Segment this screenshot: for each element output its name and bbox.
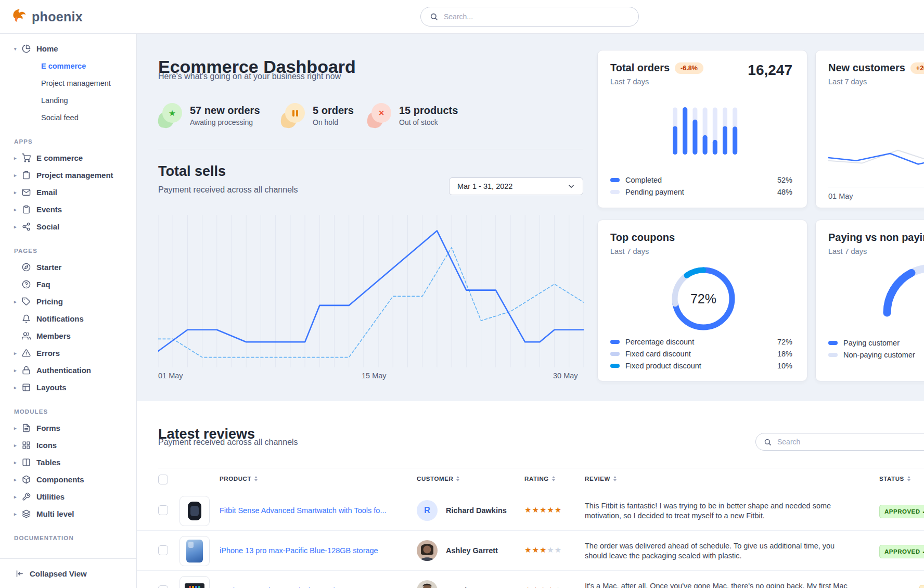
donut-center-value: 72% <box>664 260 742 338</box>
sidebar-item-e-commerce[interactable]: E commerce <box>0 57 136 74</box>
sidebar-item-members[interactable]: Members <box>0 327 136 344</box>
row-checkbox[interactable] <box>158 545 168 555</box>
sidebar-item-notifications[interactable]: Notifications <box>0 310 136 327</box>
column-header-label: STATUS <box>879 476 904 482</box>
caret-right-icon: ▸ <box>14 351 22 356</box>
product-link[interactable]: Fitbit Sense Advanced Smartwatch with To… <box>220 506 387 515</box>
stat-value: 57 new orders <box>190 105 260 117</box>
layout-icon <box>22 383 31 392</box>
search-icon <box>764 438 772 446</box>
status-badge: PENDING <box>919 585 924 588</box>
date-range-select[interactable]: Mar 1 - 31, 2022 <box>449 177 583 195</box>
stat-label: Awating processing <box>190 118 260 126</box>
sidebar-item-faq[interactable]: Faq <box>0 276 136 293</box>
legend-label: Fixed product discount <box>625 362 701 370</box>
sidebar-item-layouts[interactable]: ▸Layouts <box>0 379 136 396</box>
sidebar-item-errors[interactable]: ▸Errors <box>0 344 136 362</box>
brand[interactable]: phoenix <box>11 8 83 25</box>
orders-legend: Completed52%Pending payment48% <box>610 174 792 198</box>
sidebar-item-utilities[interactable]: ▸Utilities <box>0 488 136 505</box>
legend-swatch <box>610 340 620 344</box>
status-badge: APPROVED ✓ <box>879 505 924 518</box>
help-circle-icon <box>22 280 31 289</box>
product-image-phone[interactable] <box>179 536 210 566</box>
caret-right-icon: ▸ <box>14 207 22 212</box>
legend-value: 52% <box>777 176 792 184</box>
mail-icon <box>22 188 31 197</box>
divider <box>158 149 583 149</box>
card-period: Last 7 days <box>610 78 794 86</box>
sidebar-item-multi-level[interactable]: ▸Multi level <box>0 505 136 522</box>
page-subtitle: Here's what's going on at your business … <box>158 72 341 81</box>
change-badge: -6.8% <box>675 62 703 74</box>
sidebar-item-components[interactable]: ▸Components <box>0 471 136 488</box>
sidebar-item-label: Email <box>36 188 57 197</box>
global-search-input[interactable]: Search... <box>420 7 639 27</box>
sidebar-item-authentication[interactable]: ▸Authentication <box>0 362 136 379</box>
legend-label: Paying customer <box>843 339 900 347</box>
legend-label: Pending payment <box>625 188 684 196</box>
stat-out-of-stock: ✕15 productsOut of stock <box>367 103 458 128</box>
sidebar-item-social[interactable]: ▸Social <box>0 218 136 235</box>
sort-icon <box>254 476 258 481</box>
product-link[interactable]: iPhone 13 pro max-Pacific Blue-128GB sto… <box>220 546 378 555</box>
legend-label: Fixed card discount <box>625 350 691 358</box>
row-checkbox[interactable] <box>158 585 168 588</box>
select-all-checkbox[interactable] <box>158 475 168 484</box>
app-root: phoenix Search... ▾HomeE commerceProject… <box>0 0 924 588</box>
column-header-status[interactable]: STATUS <box>879 476 910 482</box>
collapse-sidebar-button[interactable]: Collapsed View <box>0 558 136 588</box>
sidebar-item-pricing[interactable]: ▸Pricing <box>0 293 136 310</box>
caret-right-icon: ▸ <box>14 512 22 517</box>
sidebar-item-email[interactable]: ▸Email <box>0 184 136 201</box>
sidebar-item-project-management[interactable]: ▸Project management <box>0 167 136 184</box>
legend-swatch <box>610 352 620 356</box>
row-checkbox[interactable] <box>158 505 168 515</box>
lock-icon <box>22 366 31 375</box>
clipboard-icon <box>22 171 31 180</box>
sidebar-item-label: Project management <box>36 171 113 180</box>
column-header-label: REVIEW <box>585 476 610 482</box>
sidebar-item-label: Icons <box>36 441 57 450</box>
product-image-watch[interactable] <box>179 496 210 526</box>
columns-icon <box>22 458 31 467</box>
column-header-product[interactable]: PRODUCT <box>220 476 258 482</box>
sidebar-item-home[interactable]: ▾Home <box>0 40 136 57</box>
alert-triangle-icon <box>22 349 31 357</box>
product-image-laptop[interactable] <box>179 576 210 588</box>
column-header-rating[interactable]: RATING <box>524 476 555 482</box>
sidebar-item-social-feed[interactable]: Social feed <box>0 109 136 126</box>
sidebar-item-label: Members <box>36 331 71 340</box>
legend-row-percentage-discount: Percentage discount72% <box>610 336 792 348</box>
sidebar-item-forms[interactable]: ▸Forms <box>0 419 136 437</box>
review-text: The order was delivered ahead of schedul… <box>585 541 848 561</box>
legend-row-fixed-product-discount: Fixed product discount10% <box>610 360 792 372</box>
sidebar-item-project-management[interactable]: Project management <box>0 74 136 92</box>
total-orders-card: Total orders -6.8% Last 7 days 16,247 Co… <box>597 50 807 208</box>
sidebar-item-events[interactable]: ▸Events <box>0 201 136 218</box>
stat-bubble: ✕ <box>371 103 391 123</box>
column-header-review[interactable]: REVIEW <box>585 476 617 482</box>
collapse-sidebar-label: Collapsed View <box>30 569 87 578</box>
reviews-search-input[interactable]: Search <box>755 433 924 451</box>
file-text-icon <box>22 424 31 432</box>
sidebar-item-starter[interactable]: Starter <box>0 259 136 276</box>
customer-avatar <box>417 540 438 561</box>
caret-right-icon: ▸ <box>14 494 22 500</box>
latest-reviews-section: Latest reviews Payment received across a… <box>137 401 924 588</box>
sidebar-item-e-commerce[interactable]: ▸E commerce <box>0 149 136 167</box>
sidebar-item-landing[interactable]: Landing <box>0 92 136 109</box>
reviews-search-placeholder: Search <box>777 438 800 446</box>
chevron-down-icon <box>568 183 575 190</box>
sidebar-item-label: Layouts <box>36 383 67 392</box>
column-header-customer[interactable]: CUSTOMER <box>417 476 459 482</box>
sidebar-item-tables[interactable]: ▸Tables <box>0 454 136 471</box>
sidebar-item-label: Social <box>36 222 59 231</box>
legend-label: Completed <box>625 176 662 184</box>
rating-stars: ★★★★★ <box>524 505 562 515</box>
card-period: Last 7 days <box>610 247 794 255</box>
sidebar-item-icons[interactable]: ▸Icons <box>0 437 136 454</box>
bell-icon <box>22 314 31 323</box>
stat-on-hold: 5 ordersOn hold <box>281 103 354 128</box>
shopping-cart-icon <box>22 154 31 162</box>
